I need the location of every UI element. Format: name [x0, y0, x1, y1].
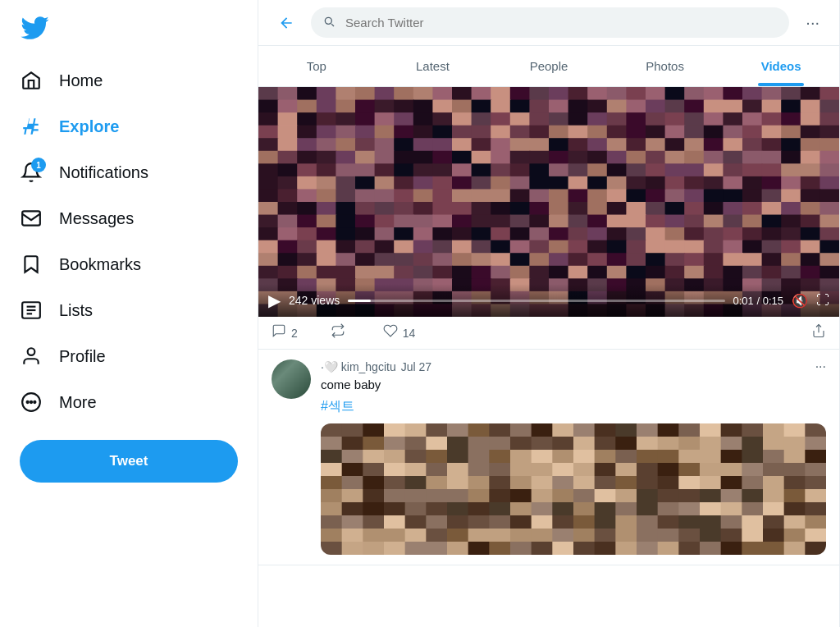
sidebar-item-explore[interactable]: Explore — [10, 105, 248, 148]
avatar-image — [272, 359, 311, 399]
search-wrapper — [311, 7, 789, 38]
tweet-username: ·🤍 kim_hgcitu — [321, 360, 396, 373]
play-button[interactable]: ▶ — [268, 291, 281, 310]
avatar — [272, 359, 311, 399]
tab-top[interactable]: Top — [258, 46, 375, 86]
volume-button[interactable]: 🔇 — [792, 293, 808, 309]
svg-point-9 — [34, 401, 35, 403]
main-content: ··· Top Latest People Photos Videos ▶ 24… — [258, 0, 840, 627]
like-icon — [383, 323, 398, 342]
tab-videos[interactable]: Videos — [723, 46, 839, 86]
sidebar-item-bookmarks-label: Bookmarks — [59, 255, 141, 274]
tweet-meta: ·🤍 kim_hgcitu Jul 27 — [321, 360, 431, 373]
more-icon — [20, 391, 43, 414]
tab-photos[interactable]: Photos — [607, 46, 724, 86]
svg-point-7 — [27, 401, 29, 403]
progress-bar[interactable] — [348, 300, 724, 302]
retweet-icon — [331, 323, 345, 342]
sidebar-item-explore-label: Explore — [59, 117, 119, 136]
tab-people[interactable]: People — [491, 46, 607, 86]
tweet-body: ·🤍 kim_hgcitu Jul 27 ··· come baby #섹트 — [321, 359, 826, 555]
envelope-icon — [20, 207, 43, 230]
sidebar-item-home-label: Home — [59, 71, 103, 90]
sidebar-item-more[interactable]: More — [10, 381, 248, 423]
top-bar: ··· — [258, 0, 839, 46]
video-player[interactable]: ▶ 242 views 0:01 / 0:15 🔇 ⛶ — [258, 87, 839, 317]
home-icon — [20, 69, 43, 92]
reply-action[interactable]: 2 — [272, 323, 298, 342]
tweet-text: come baby — [321, 378, 826, 391]
logo — [10, 7, 248, 59]
sidebar: Home Explore 1 Notifications Messages — [0, 0, 258, 627]
sidebar-item-messages-label: Messages — [59, 209, 134, 228]
hashtag-icon — [20, 115, 43, 138]
sidebar-item-lists-label: Lists — [59, 301, 93, 320]
sidebar-item-profile[interactable]: Profile — [10, 335, 248, 378]
retweet-action[interactable] — [331, 323, 350, 342]
like-count: 14 — [403, 327, 416, 340]
tweet-header: ·🤍 kim_hgcitu Jul 27 ··· — [321, 359, 826, 374]
tweet-actions: 2 14 — [258, 317, 839, 350]
reply-icon — [272, 323, 286, 342]
top-bar-more-button[interactable]: ··· — [799, 7, 826, 39]
ellipsis-icon: ··· — [806, 13, 819, 32]
sidebar-item-bookmarks[interactable]: Bookmarks — [10, 243, 248, 286]
search-input[interactable] — [311, 7, 789, 38]
video-controls: ▶ 242 views 0:01 / 0:15 🔇 ⛶ — [258, 284, 839, 317]
bell-icon: 1 — [20, 161, 43, 184]
back-button[interactable] — [272, 8, 301, 38]
tweet-date: Jul 27 — [401, 360, 431, 373]
sidebar-item-notifications-label: Notifications — [59, 163, 148, 182]
sidebar-item-more-label: More — [59, 393, 97, 412]
bookmark-icon — [20, 253, 43, 276]
progress-fill — [348, 300, 371, 302]
sidebar-item-profile-label: Profile — [59, 347, 106, 366]
tweet-hashtag[interactable]: #섹트 — [321, 398, 826, 415]
svg-point-8 — [30, 401, 32, 403]
tweet-post: ·🤍 kim_hgcitu Jul 27 ··· come baby #섹트 — [258, 350, 839, 565]
svg-point-5 — [28, 348, 35, 355]
sidebar-item-lists[interactable]: Lists — [10, 289, 248, 332]
time-display: 0:01 / 0:15 — [733, 295, 783, 307]
like-action[interactable]: 14 — [383, 323, 416, 342]
list-icon — [20, 299, 43, 322]
sidebar-item-home[interactable]: Home — [10, 59, 248, 102]
sidebar-item-notifications[interactable]: 1 Notifications — [10, 151, 248, 194]
fullscreen-button[interactable]: ⛶ — [816, 293, 829, 308]
sidebar-item-messages[interactable]: Messages — [10, 197, 248, 240]
person-icon — [20, 345, 43, 368]
search-icon — [322, 15, 336, 31]
share-action[interactable] — [811, 323, 826, 342]
tweet-options-button[interactable]: ··· — [815, 359, 826, 374]
reply-count: 2 — [291, 327, 298, 340]
tab-latest[interactable]: Latest — [375, 46, 491, 86]
view-count: 242 views — [289, 294, 340, 307]
second-video-preview[interactable] — [321, 423, 826, 555]
svg-rect-0 — [22, 211, 40, 225]
tabs: Top Latest People Photos Videos — [258, 46, 839, 87]
tweet-button[interactable]: Tweet — [20, 440, 238, 483]
notification-badge: 1 — [31, 158, 46, 172]
content-area[interactable]: ▶ 242 views 0:01 / 0:15 🔇 ⛶ — [258, 87, 839, 627]
